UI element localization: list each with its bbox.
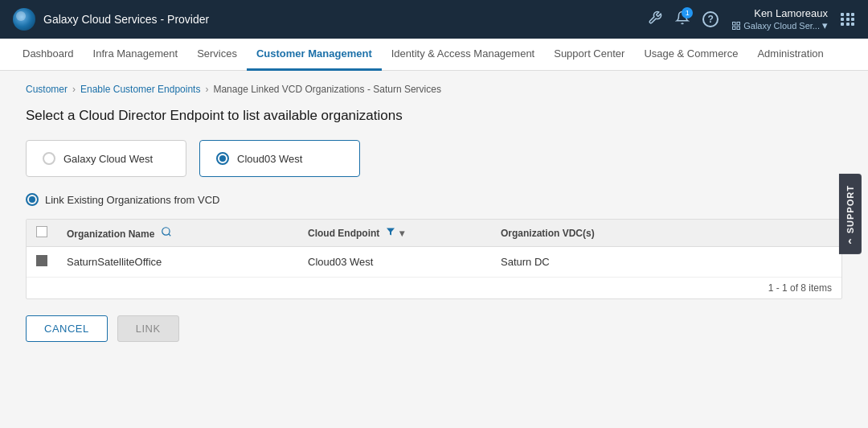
breadcrumb-enable-endpoints[interactable]: Enable Customer Endpoints xyxy=(80,84,200,95)
table-row: SaturnSatelliteOffice Cloud03 West Satur… xyxy=(27,247,841,278)
main-nav: Dashboard Infra Management Services Cust… xyxy=(0,39,868,71)
app-header: Galaxy Cloud Services - Provider 1 ? Ken… xyxy=(0,0,868,39)
nav-support[interactable]: Support Center xyxy=(544,39,634,71)
breadcrumb: Customer › Enable Customer Endpoints › M… xyxy=(26,84,842,95)
link-existing-label: Link Existing Organizations from VCD xyxy=(45,194,219,206)
page-title: Select a Cloud Director Endpoint to list… xyxy=(26,108,842,124)
app-logo xyxy=(13,8,35,31)
header-left: Galaxy Cloud Services - Provider xyxy=(13,8,209,31)
nav-services[interactable]: Services xyxy=(187,39,247,71)
endpoint-galaxy-west[interactable]: Galaxy Cloud West xyxy=(26,140,186,177)
endpoint-cloud03-west[interactable]: Cloud03 West xyxy=(199,140,360,177)
link-existing-radio[interactable] xyxy=(26,193,39,206)
svg-point-4 xyxy=(162,228,169,235)
user-org: Galaxy Cloud Ser... xyxy=(743,21,820,31)
pagination-row: 1 - 1 of 8 items xyxy=(27,278,841,299)
cancel-button[interactable]: CANCEL xyxy=(26,315,108,342)
pagination-text: 1 - 1 of 8 items xyxy=(768,282,832,294)
svg-rect-0 xyxy=(733,22,736,25)
header-right: 1 ? Ken Lamoreaux Galaxy Cloud Ser... ▾ xyxy=(648,7,855,31)
org-name-filter-icon[interactable] xyxy=(161,226,172,240)
th-vdc: Organization VDC(s) xyxy=(491,220,841,247)
settings-icon[interactable] xyxy=(648,10,662,28)
svg-rect-3 xyxy=(733,27,736,30)
breadcrumb-current: Manage Linked VCD Organizations - Saturn… xyxy=(213,84,440,95)
svg-marker-5 xyxy=(387,228,395,236)
endpoint-filter-icon[interactable] xyxy=(386,227,395,239)
table-header-row: Organization Name Cloud Endpoint xyxy=(27,220,841,247)
row-vdc: Saturn DC xyxy=(491,247,841,278)
endpoint-radio-cloud03-west[interactable] xyxy=(216,152,229,165)
endpoint-radio-galaxy-west[interactable] xyxy=(43,152,55,165)
organizations-table-container: Organization Name Cloud Endpoint xyxy=(26,219,842,299)
org-icon xyxy=(731,21,741,31)
row-org-name: SaturnSatelliteOffice xyxy=(57,247,298,278)
support-tab[interactable]: SUPPORT xyxy=(839,174,862,254)
app-title: Galaxy Cloud Services - Provider xyxy=(43,13,209,26)
link-existing-option[interactable]: Link Existing Organizations from VCD xyxy=(26,193,842,206)
row-checkbox[interactable] xyxy=(36,255,47,266)
endpoint-label-galaxy-west: Galaxy Cloud West xyxy=(63,153,153,165)
svg-rect-2 xyxy=(737,27,740,30)
user-name: Ken Lamoreaux xyxy=(731,7,828,19)
th-endpoint: Cloud Endpoint ▾ xyxy=(298,220,491,247)
nav-dashboard[interactable]: Dashboard xyxy=(13,39,84,71)
breadcrumb-sep-2: › xyxy=(205,84,208,95)
footer-buttons: CANCEL LINK xyxy=(26,315,842,342)
help-icon[interactable]: ? xyxy=(702,11,719,27)
nav-iam[interactable]: Identity & Access Management xyxy=(382,39,544,71)
user-dropdown-icon: ▾ xyxy=(822,19,828,31)
nav-customer[interactable]: Customer Management xyxy=(247,39,382,71)
apps-icon[interactable] xyxy=(841,13,855,26)
user-menu[interactable]: Ken Lamoreaux Galaxy Cloud Ser... ▾ xyxy=(731,7,828,31)
endpoint-label-cloud03-west: Cloud03 West xyxy=(237,153,302,165)
organizations-table: Organization Name Cloud Endpoint xyxy=(27,220,841,298)
select-all-checkbox[interactable] xyxy=(36,226,47,237)
nav-infra[interactable]: Infra Management xyxy=(84,39,188,71)
endpoint-options: Galaxy Cloud West Cloud03 West xyxy=(26,140,842,177)
endpoint-sort-icon: ▾ xyxy=(399,228,404,239)
nav-usage[interactable]: Usage & Commerce xyxy=(634,39,747,71)
main-content: Customer › Enable Customer Endpoints › M… xyxy=(0,71,868,428)
th-check xyxy=(27,220,57,247)
notification-badge: 1 xyxy=(682,7,693,19)
nav-admin[interactable]: Administration xyxy=(747,39,833,71)
row-endpoint: Cloud03 West xyxy=(298,247,491,278)
th-org-name: Organization Name xyxy=(57,220,298,247)
support-tab-label: SUPPORT xyxy=(845,185,855,233)
breadcrumb-customer[interactable]: Customer xyxy=(26,84,68,95)
link-button[interactable]: LINK xyxy=(117,315,179,342)
svg-rect-1 xyxy=(737,22,740,25)
notifications-icon[interactable]: 1 xyxy=(675,10,690,28)
breadcrumb-sep-1: › xyxy=(72,84,76,95)
row-check-cell xyxy=(27,247,57,278)
